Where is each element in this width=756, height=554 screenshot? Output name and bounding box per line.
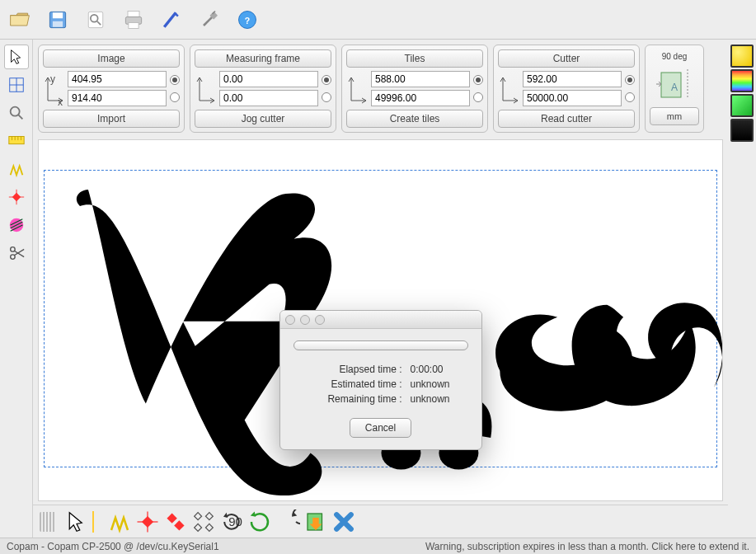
svg-rect-17 [8, 137, 23, 144]
dialog-zoom-icon[interactable] [315, 315, 325, 325]
frame-radio-bottom[interactable] [322, 92, 331, 102]
cancel-button[interactable]: Cancel [350, 418, 411, 438]
cutter-panel-title[interactable]: Cutter [498, 49, 635, 68]
bottom-reload-tool[interactable] [247, 509, 272, 534]
progress-dialog: Elapsed time : 0:00:00 Estimated time : … [279, 310, 482, 450]
status-bar: Copam - Copam CP-2500 @ /dev/cu.KeySeria… [0, 538, 756, 554]
main-toolbar: ? [0, 0, 756, 40]
grid-tool[interactable] [4, 73, 29, 97]
svg-text:x: x [58, 96, 63, 106]
bottom-export-tool[interactable] [303, 509, 328, 534]
read-cutter-button[interactable]: Read cutter [498, 110, 635, 128]
svg-text:90: 90 [228, 514, 242, 528]
image-panel-title[interactable]: Image [43, 49, 180, 68]
weed-tool[interactable] [4, 157, 29, 181]
palette-black[interactable] [730, 119, 754, 142]
measuring-frame-panel: Measuring frame Jog cutter [190, 45, 336, 133]
progress-bar [293, 340, 468, 350]
panels-row: Image yx Import Measuring frame [33, 40, 728, 138]
svg-rect-41 [195, 512, 202, 519]
image-panel: Image yx Import [38, 45, 185, 133]
image-radio-top[interactable] [170, 75, 180, 85]
registration-tool[interactable] [4, 185, 29, 209]
rotation-angle-label: 90 deg [662, 52, 688, 61]
pen-tool-button[interactable] [158, 7, 185, 33]
svg-text:A: A [671, 82, 678, 93]
scissors-tool[interactable] [4, 241, 29, 265]
palette-green-stack[interactable] [730, 94, 754, 117]
palette-yellow-circle[interactable] [730, 45, 754, 68]
svg-text:?: ? [245, 16, 250, 26]
jog-cutter-button[interactable]: Jog cutter [195, 110, 331, 128]
bottom-weed-tool[interactable] [107, 509, 132, 534]
svg-rect-43 [195, 523, 202, 531]
image-y-field[interactable] [68, 90, 167, 106]
toolbar-divider [92, 511, 94, 533]
frame-y-field[interactable] [219, 90, 318, 106]
cutter-x-field[interactable] [523, 71, 622, 87]
bottom-registration-multi-tool[interactable] [163, 509, 188, 534]
status-device: Copam - Copam CP-2500 @ /dev/cu.KeySeria… [7, 541, 219, 552]
bottom-cancel-tool[interactable] [331, 509, 356, 534]
svg-rect-1 [53, 12, 63, 18]
preview-button[interactable] [82, 7, 109, 33]
svg-rect-39 [167, 513, 176, 523]
cutter-panel: Cutter Read cutter [493, 45, 640, 133]
dialog-titlebar[interactable] [280, 311, 481, 329]
image-radio-bottom[interactable] [170, 92, 180, 102]
toolbar-grip[interactable] [40, 512, 56, 532]
svg-rect-2 [53, 21, 63, 26]
save-button[interactable] [45, 7, 71, 33]
cutter-radio-top[interactable] [625, 75, 635, 85]
tiles-x-field[interactable] [371, 71, 470, 87]
help-button[interactable]: ? [234, 7, 261, 33]
create-tiles-button[interactable]: Create tiles [346, 110, 483, 128]
dialog-minimize-icon[interactable] [300, 315, 310, 325]
ruler-tool[interactable] [4, 129, 29, 153]
hatch-tool[interactable] [4, 213, 29, 237]
svg-rect-40 [174, 520, 184, 530]
cutter-y-field[interactable] [523, 90, 622, 106]
tiles-panel-title[interactable]: Tiles [346, 49, 483, 68]
estimated-time-label: Estimated time : [331, 378, 401, 390]
svg-rect-42 [205, 512, 213, 519]
remaining-time-label: Remaining time : [327, 393, 401, 405]
canvas-area[interactable]: Elapsed time : 0:00:00 Estimated time : … [38, 139, 723, 501]
tiles-y-field[interactable] [371, 90, 470, 106]
color-palette [728, 40, 756, 538]
svg-rect-6 [128, 11, 139, 16]
elapsed-time-value: 0:00:00 [411, 364, 468, 375]
status-warning[interactable]: Warning, subscription expires in less th… [425, 541, 749, 552]
settings-button[interactable] [196, 7, 223, 33]
bottom-registration-tool[interactable] [135, 509, 160, 534]
tiles-panel: Tiles Create tiles [341, 45, 488, 133]
bottom-rotate-90-tool[interactable]: 90 [219, 509, 244, 534]
bottom-toolbar: 90 [33, 505, 728, 538]
bottom-pointer-tool[interactable] [64, 509, 89, 534]
image-x-field[interactable] [68, 71, 167, 87]
svg-rect-44 [205, 523, 213, 531]
frame-x-field[interactable] [219, 71, 318, 87]
frame-panel-title[interactable]: Measuring frame [195, 49, 331, 68]
open-button[interactable] [7, 7, 33, 33]
estimated-time-value: unknown [411, 378, 468, 390]
dialog-close-icon[interactable] [285, 315, 295, 325]
bottom-nodes-tool[interactable] [191, 509, 216, 534]
tiles-radio-top[interactable] [473, 75, 483, 85]
frame-radio-top[interactable] [322, 75, 331, 85]
svg-text:y: y [50, 73, 55, 85]
print-button[interactable] [120, 7, 147, 33]
rotation-icon[interactable]: A [655, 64, 694, 104]
palette-rainbow[interactable] [730, 69, 754, 92]
pointer-tool[interactable] [4, 45, 29, 69]
left-tool-strip [0, 40, 33, 538]
unit-button[interactable]: mm [650, 107, 699, 125]
svg-line-16 [17, 115, 22, 120]
elapsed-time-label: Elapsed time : [339, 364, 401, 375]
tiles-radio-bottom[interactable] [473, 92, 483, 102]
zoom-tool[interactable] [4, 101, 29, 125]
cutter-radio-bottom[interactable] [625, 92, 635, 102]
axis-icon [346, 73, 368, 106]
bottom-undo-tool[interactable] [275, 509, 300, 534]
import-button[interactable]: Import [43, 110, 180, 128]
